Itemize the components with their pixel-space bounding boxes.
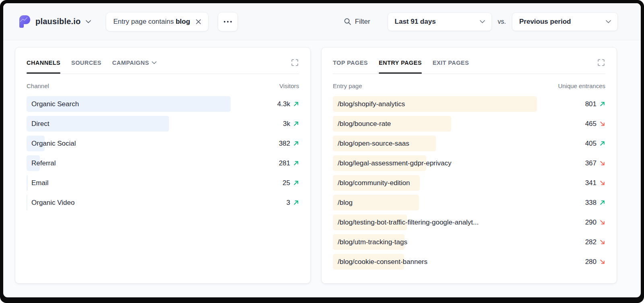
- table-row[interactable]: Organic Search4.3k: [27, 96, 299, 112]
- row-label[interactable]: Referral: [31, 159, 56, 167]
- chevron-down-icon: [86, 20, 91, 23]
- tab-label: SOURCES: [71, 60, 101, 66]
- table-row[interactable]: /blog/testing-bot-traffic-filtering-goog…: [333, 214, 605, 230]
- row-value-number: 281: [279, 159, 290, 167]
- row-label[interactable]: Direct: [31, 120, 49, 128]
- date-range-value: Last 91 days: [395, 18, 436, 26]
- row-label[interactable]: Organic Search: [31, 100, 79, 108]
- row-label[interactable]: /blog: [338, 199, 353, 207]
- row-label[interactable]: /blog/shopify-analytics: [338, 100, 405, 108]
- table-row[interactable]: Organic Social382: [27, 136, 299, 151]
- pages-column-headers: Entry page Unique entrances: [333, 82, 605, 89]
- row-value-number: 3: [287, 199, 290, 207]
- table-row[interactable]: Referral281: [27, 155, 299, 171]
- filter-chip[interactable]: Entry page contains blog: [106, 12, 208, 31]
- value-bar: [27, 175, 28, 191]
- search-icon: [344, 18, 351, 25]
- row-value: 801: [585, 100, 605, 108]
- row-value-number: 282: [585, 238, 597, 246]
- dashboard-page: plausible.io Entry page contains blog: [3, 3, 641, 297]
- row-value-number: 465: [585, 120, 597, 128]
- chevron-down-icon: [480, 20, 485, 23]
- row-value-number: 382: [279, 140, 290, 148]
- plausible-logo-icon: [19, 15, 30, 28]
- table-row[interactable]: /blog/cookie-consent-banners280: [333, 254, 605, 270]
- site-switcher[interactable]: plausible.io: [19, 15, 91, 28]
- column-value-label: Unique entrances: [558, 82, 605, 89]
- trend-up-icon: [599, 101, 605, 107]
- trend-up-icon: [293, 101, 299, 107]
- row-label[interactable]: /blog/bounce-rate: [338, 120, 391, 128]
- tab-campaigns[interactable]: CAMPAIGNS: [112, 60, 157, 66]
- tab-label: CHANNELS: [27, 60, 60, 66]
- row-label[interactable]: /blog/utm-tracking-tags: [338, 238, 407, 246]
- site-name: plausible.io: [35, 17, 80, 26]
- column-value-label: Visitors: [279, 82, 299, 89]
- row-value-number: 405: [585, 140, 597, 148]
- trend-up-icon: [293, 180, 299, 186]
- trend-down-icon: [599, 121, 605, 127]
- table-row[interactable]: Organic Video3: [27, 195, 299, 210]
- row-value: 338: [585, 199, 605, 207]
- row-value: 4.3k: [277, 100, 299, 108]
- tab-top-pages[interactable]: TOP PAGES: [333, 60, 368, 66]
- row-value: 282: [585, 238, 605, 246]
- row-label[interactable]: Organic Social: [31, 140, 76, 148]
- expand-icon[interactable]: [597, 58, 605, 67]
- comparison-value: Previous period: [519, 18, 571, 26]
- trend-down-icon: [599, 180, 605, 186]
- tab-label: TOP PAGES: [333, 60, 368, 66]
- table-row[interactable]: Email25: [27, 175, 299, 191]
- row-label[interactable]: Email: [31, 179, 49, 187]
- row-label[interactable]: /blog/open-source-saas: [338, 140, 409, 148]
- row-value-number: 280: [585, 258, 597, 266]
- table-row[interactable]: /blog338: [333, 195, 605, 210]
- comparison-select[interactable]: Previous period: [512, 12, 618, 31]
- tab-sources[interactable]: SOURCES: [71, 60, 101, 66]
- pages-rows: /blog/shopify-analytics801/blog/bounce-r…: [333, 96, 605, 270]
- row-value: 341: [585, 179, 605, 187]
- ellipsis-icon: [223, 21, 232, 23]
- filter-button[interactable]: Filter: [344, 18, 370, 26]
- table-row[interactable]: /blog/community-edition341: [333, 175, 605, 191]
- trend-up-icon: [293, 200, 299, 206]
- row-value-number: 338: [585, 199, 597, 207]
- date-range-select[interactable]: Last 91 days: [388, 12, 492, 31]
- pages-panel: TOP PAGESENTRY PAGESEXIT PAGES Entry pag…: [321, 47, 617, 284]
- table-row[interactable]: /blog/legal-assessment-gdpr-eprivacy367: [333, 155, 605, 171]
- row-label[interactable]: /blog/cookie-consent-banners: [338, 258, 427, 266]
- close-icon[interactable]: [196, 19, 201, 25]
- table-row[interactable]: /blog/shopify-analytics801: [333, 96, 605, 112]
- row-label[interactable]: Organic Video: [31, 199, 74, 207]
- expand-icon[interactable]: [291, 58, 299, 67]
- row-value-number: 25: [283, 179, 290, 187]
- row-label[interactable]: /blog/community-edition: [338, 179, 410, 187]
- table-row[interactable]: /blog/open-source-saas405: [333, 136, 605, 151]
- pages-tabs-row: TOP PAGESENTRY PAGESEXIT PAGES: [333, 58, 605, 74]
- table-row[interactable]: /blog/utm-tracking-tags282: [333, 234, 605, 250]
- row-value: 367: [585, 159, 605, 167]
- table-row[interactable]: Direct3k: [27, 116, 299, 132]
- row-value-number: 3k: [283, 120, 290, 128]
- trend-down-icon: [599, 219, 605, 225]
- top-bar: plausible.io Entry page contains blog: [3, 3, 641, 40]
- tab-exit-pages[interactable]: EXIT PAGES: [433, 60, 469, 66]
- trend-down-icon: [599, 160, 605, 166]
- more-filters-button[interactable]: [218, 12, 238, 31]
- trend-up-icon: [599, 200, 605, 206]
- chevron-down-icon: [152, 61, 157, 64]
- row-value-number: 341: [585, 179, 597, 187]
- table-row[interactable]: /blog/bounce-rate465: [333, 116, 605, 132]
- channels-tabs-row: CHANNELSSOURCESCAMPAIGNS: [27, 58, 299, 74]
- chevron-down-icon: [606, 20, 611, 23]
- row-value-number: 290: [585, 218, 597, 227]
- row-value: 281: [279, 159, 299, 167]
- tab-entry-pages[interactable]: ENTRY PAGES: [379, 60, 422, 66]
- row-label[interactable]: /blog/legal-assessment-gdpr-eprivacy: [338, 159, 452, 167]
- tab-channels[interactable]: CHANNELS: [27, 60, 60, 66]
- bar-area: [27, 175, 231, 191]
- row-value: 3: [287, 199, 299, 207]
- main-content: CHANNELSSOURCESCAMPAIGNS Channel Visitor…: [3, 40, 641, 284]
- row-label[interactable]: /blog/testing-bot-traffic-filtering-goog…: [338, 218, 479, 227]
- row-value: 465: [585, 120, 605, 128]
